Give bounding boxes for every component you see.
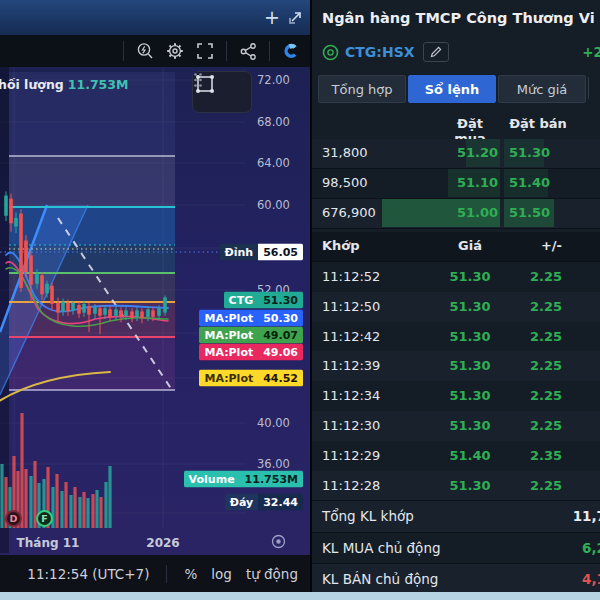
trade-row[interactable]: 11:12:4251.302.25 — [312, 322, 600, 352]
log-scale-button[interactable]: log — [211, 566, 232, 582]
last-price-badge[interactable]: CTG51.30 — [224, 292, 303, 309]
time-axis-label[interactable]: Tháng 11 — [17, 536, 80, 550]
trade-time: 11:12:39 — [322, 358, 380, 373]
trade-price: 51.30 — [440, 269, 500, 284]
trade-change: 2.25 — [508, 269, 562, 284]
order-book-row[interactable]: 31,80051.2051.30 — [312, 139, 600, 169]
summary-row: Tổng KL khớp11,7 — [312, 500, 600, 532]
trade-row[interactable]: 11:12:3951.302.25 — [312, 351, 600, 381]
candle — [163, 298, 167, 313]
order-book-row[interactable]: 98,50051.1051.40 — [312, 169, 600, 199]
symbol-ticker[interactable]: CTG:HSX — [345, 44, 415, 60]
candle — [24, 240, 28, 272]
volume-bar — [64, 482, 67, 528]
bottom-label-badge[interactable]: Đáy32.44 — [225, 494, 303, 511]
expand-icon[interactable] — [287, 8, 303, 30]
symbol-row: CTG:HSX — [322, 40, 600, 64]
trade-price: 51.30 — [440, 299, 500, 314]
drawing-floating-toolbar[interactable] — [192, 71, 252, 113]
trades-table: 11:12:5251.302.2511:12:5051.302.2511:12:… — [312, 262, 600, 500]
candle — [157, 308, 161, 316]
volume-legend-value: 11.753M — [68, 77, 129, 92]
buy-price[interactable]: 51.00 — [432, 205, 498, 220]
summary-row: KL MUA chủ động6,2 — [312, 532, 600, 564]
order-book-panel: Ngân hàng TMCP Công Thương Vi... CTG:HSX… — [312, 0, 600, 600]
volume-bar — [91, 494, 94, 528]
price-chart[interactable]: hối lượng11.753M 72.0068.0064.0060.0052.… — [0, 67, 310, 555]
candle — [71, 303, 75, 311]
order-volume: 676,900 — [322, 205, 376, 220]
broker-logo-c[interactable] — [276, 38, 306, 64]
sell-price[interactable]: 51.50 — [506, 205, 550, 220]
candle — [103, 308, 107, 314]
trade-row[interactable]: 11:12:3051.302.25 — [312, 411, 600, 441]
ma-green-badge[interactable]: MA:Plot49.07 — [199, 327, 303, 344]
sell-column-header: Đặt bán — [508, 116, 568, 131]
exchange-logo-icon — [322, 44, 339, 61]
candle — [114, 309, 118, 315]
volume-bar — [108, 466, 111, 528]
ma-pink-badge[interactable]: MA:Plot49.06 — [199, 344, 303, 361]
trade-time: 11:12:30 — [322, 418, 380, 433]
trade-row[interactable]: 11:12:5251.302.25 — [312, 262, 600, 292]
summary-label: KL BÁN chủ động — [322, 571, 438, 587]
trades-price-header: Giá — [440, 238, 500, 253]
candle — [45, 284, 49, 294]
volume-label-badge[interactable]: Volume11.753M — [184, 471, 303, 488]
share-icon[interactable] — [233, 38, 263, 64]
summary-row: KL BÁN chủ động4,1 — [312, 563, 600, 595]
event-marker-D[interactable]: D — [5, 510, 22, 527]
flash-search-icon[interactable] — [130, 38, 160, 64]
percent-scale-button[interactable]: % — [184, 566, 197, 582]
fib-band — [9, 156, 175, 207]
trade-row[interactable]: 11:12:3451.302.25 — [312, 381, 600, 411]
toolbar-divider — [269, 41, 270, 61]
peak-label-badge[interactable]: Đỉnh56.05 — [220, 244, 303, 261]
candle — [151, 310, 155, 316]
sell-price[interactable]: 51.40 — [506, 175, 550, 190]
buy-price[interactable]: 51.20 — [432, 145, 498, 160]
event-marker-F[interactable]: F — [36, 510, 53, 527]
volume-bar — [78, 497, 81, 528]
candle — [124, 310, 128, 315]
ma-yellow-badge[interactable]: MA:Plot44.52 — [199, 370, 303, 387]
summary-label: KL MUA chủ động — [322, 540, 441, 556]
select-rectangle-icon[interactable] — [193, 72, 217, 96]
order-volume: 31,800 — [322, 145, 368, 160]
volume-bar — [95, 490, 98, 528]
chart-panel: + — [0, 0, 310, 600]
candle — [29, 255, 33, 284]
chart-bottom-bar: 11:12:54 (UTC+7) % log tự động — [0, 555, 310, 592]
fullscreen-icon[interactable] — [190, 38, 220, 64]
bottom-bar-divider — [166, 565, 167, 583]
candle — [98, 308, 102, 316]
time-axis-label[interactable]: 2026 — [146, 536, 179, 550]
candle — [4, 196, 8, 216]
buy-price[interactable]: 51.10 — [432, 175, 498, 190]
candle — [135, 310, 139, 316]
volume-bar — [69, 495, 72, 528]
add-panel-button[interactable]: + — [264, 6, 280, 28]
ma-blue-badge[interactable]: MA:Plot50.30 — [199, 310, 303, 327]
trade-row[interactable]: 11:12:2951.402.35 — [312, 441, 600, 471]
sell-price[interactable]: 51.30 — [506, 145, 550, 160]
trade-row[interactable]: 11:12:5051.302.25 — [312, 292, 600, 322]
tab-so-lenh[interactable]: Sổ lệnh — [408, 75, 496, 103]
volume-bar — [24, 469, 27, 528]
candle — [19, 214, 23, 288]
tab-muc-gia[interactable]: Mức giá — [498, 75, 586, 103]
auto-scale-button[interactable]: tự động — [246, 566, 298, 582]
settings-gear-icon[interactable] — [160, 38, 190, 64]
clock-utc[interactable]: 11:12:54 (UTC+7) — [27, 566, 149, 582]
trade-row[interactable]: 11:12:2851.302.25 — [312, 471, 600, 501]
edit-symbol-button[interactable] — [423, 42, 449, 62]
trade-time: 11:12:29 — [322, 448, 380, 463]
order-book-row[interactable]: 676,90051.0051.50 — [312, 199, 600, 229]
tab-tong-hop[interactable]: Tổng hợp — [318, 75, 406, 103]
candle — [40, 275, 44, 294]
summary-value: 6,2 — [582, 540, 600, 556]
price-change-badge: +2 — [582, 44, 600, 60]
order-book-headers: Đặt mua Đặt bán — [312, 110, 600, 138]
candle — [119, 310, 123, 316]
candle — [146, 309, 150, 317]
